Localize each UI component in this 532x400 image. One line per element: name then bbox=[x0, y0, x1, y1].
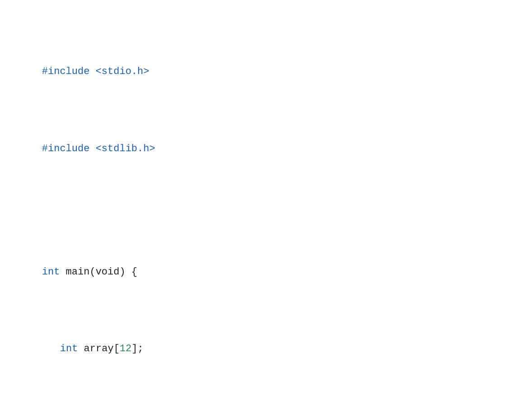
array-close: ]; bbox=[131, 343, 143, 354]
preprocessor-1: #include <stdio.h> bbox=[42, 66, 149, 77]
preprocessor-2: #include <stdlib.h> bbox=[42, 143, 155, 154]
code-editor: #include <stdio.h> #include <stdlib.h> i… bbox=[18, 18, 514, 400]
line-blank1 bbox=[18, 203, 514, 218]
array-var: array[ bbox=[78, 343, 119, 354]
line-main: int main(void) { bbox=[18, 249, 514, 295]
main-signature: main(void) { bbox=[60, 266, 137, 278]
line-include2: #include <stdlib.h> bbox=[18, 126, 514, 172]
keyword-int: int bbox=[42, 266, 60, 278]
line-array-decl: int array[12]; bbox=[18, 326, 514, 372]
num-12-1: 12 bbox=[120, 343, 131, 354]
line-include1: #include <stdio.h> bbox=[18, 49, 514, 95]
keyword-int-2: int bbox=[60, 343, 78, 354]
